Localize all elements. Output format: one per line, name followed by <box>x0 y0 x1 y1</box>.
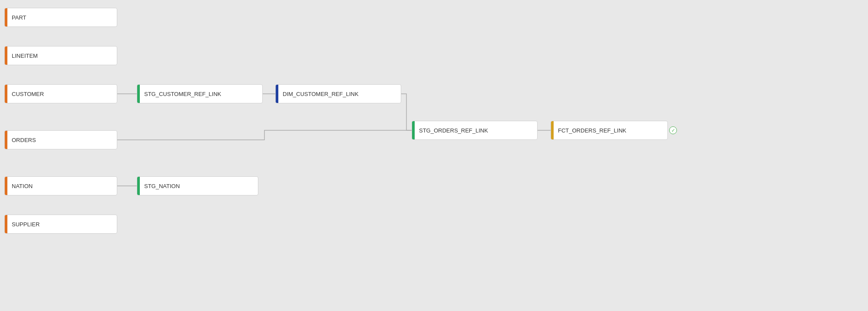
accent-part <box>5 8 7 26</box>
accent-customer <box>5 85 7 103</box>
accent-nation <box>5 177 7 195</box>
node-label-nation: NATION <box>12 183 33 189</box>
node-label-customer: CUSTOMER <box>12 91 44 97</box>
node-label-stg_orders_ref_link: STG_ORDERS_REF_LINK <box>419 127 488 134</box>
node-fct_orders_ref_link[interactable]: FCT_ORDERS_REF_LINK✓ <box>551 121 668 140</box>
node-dim_customer_ref_link[interactable]: DIM_CUSTOMER_REF_LINK <box>275 84 401 103</box>
node-stg_customer_ref_link[interactable]: STG_CUSTOMER_REF_LINK <box>137 84 263 103</box>
node-lineitem[interactable]: LINEITEM <box>4 46 117 65</box>
connections-svg <box>0 0 868 311</box>
node-label-supplier: SUPPLIER <box>12 221 40 228</box>
node-label-fct_orders_ref_link: FCT_ORDERS_REF_LINK <box>558 127 626 134</box>
node-label-orders: ORDERS <box>12 137 36 143</box>
node-label-part: PART <box>12 14 26 21</box>
node-part[interactable]: PART <box>4 8 117 27</box>
connection-orders-stg_orders_ref_link <box>117 130 412 140</box>
node-label-stg_nation: STG_NATION <box>144 183 180 189</box>
accent-stg_nation <box>137 177 140 195</box>
node-label-dim_customer_ref_link: DIM_CUSTOMER_REF_LINK <box>283 91 359 97</box>
accent-lineitem <box>5 46 7 65</box>
node-supplier[interactable]: SUPPLIER <box>4 215 117 234</box>
connection-dim_customer_ref_link-stg_orders_ref_link <box>401 94 412 130</box>
node-nation[interactable]: NATION <box>4 176 117 195</box>
node-label-lineitem: LINEITEM <box>12 53 38 59</box>
accent-dim_customer_ref_link <box>276 85 278 103</box>
accent-stg_customer_ref_link <box>137 85 140 103</box>
node-customer[interactable]: CUSTOMER <box>4 84 117 103</box>
accent-supplier <box>5 215 7 233</box>
accent-fct_orders_ref_link <box>551 121 554 139</box>
node-stg_nation[interactable]: STG_NATION <box>137 176 258 195</box>
accent-stg_orders_ref_link <box>412 121 415 139</box>
accent-orders <box>5 131 7 149</box>
check-icon-fct_orders_ref_link: ✓ <box>669 126 677 134</box>
node-orders[interactable]: ORDERS <box>4 130 117 149</box>
node-label-stg_customer_ref_link: STG_CUSTOMER_REF_LINK <box>144 91 221 97</box>
dag-canvas: PARTLINEITEMCUSTOMERORDERSNATIONSUPPLIER… <box>0 0 868 311</box>
node-stg_orders_ref_link[interactable]: STG_ORDERS_REF_LINK <box>412 121 538 140</box>
